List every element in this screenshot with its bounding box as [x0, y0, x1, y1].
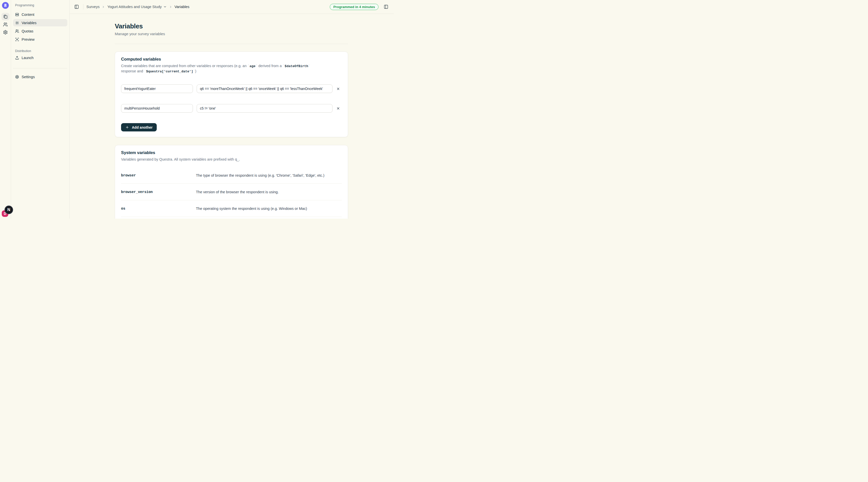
building-icon	[3, 3, 7, 7]
topbar-right: Programmed in 4 minutes	[330, 3, 390, 10]
dev-tools-badge[interactable]: N	[4, 206, 13, 214]
sidebar-divider	[13, 68, 67, 68]
panel-right-icon	[384, 4, 388, 9]
app-root: D N Programming Content Variables	[0, 0, 394, 219]
variable-icon	[15, 21, 19, 25]
section-label-distribution: Distribution	[15, 49, 67, 53]
computed-variable-rows	[121, 85, 342, 113]
sidebar-item-variables[interactable]: Variables	[13, 19, 67, 26]
rail-surveys-button[interactable]	[1, 13, 9, 20]
sidebar-item-quotas[interactable]: Quotas	[13, 27, 67, 35]
close-icon	[336, 107, 340, 110]
computed-variable-row	[121, 104, 342, 113]
sidebar-item-label: Variables	[22, 21, 36, 25]
system-variable-name: browser	[121, 173, 196, 177]
table-row: browser The type of browser the responde…	[121, 167, 342, 184]
sidebar-item-label: Quotas	[22, 29, 33, 33]
sidebar-item-label: Settings	[22, 75, 35, 79]
breadcrumb-current-page: Variables	[175, 5, 189, 9]
gear-icon	[3, 30, 8, 35]
computed-variables-card: Computed variables Create variables that…	[115, 52, 348, 137]
system-variable-description: The version of the browser the responden…	[196, 190, 342, 194]
main-area: Surveys Yogurt Attitudes and Usage Study…	[69, 0, 394, 219]
breadcrumb-surveys[interactable]: Surveys	[86, 5, 99, 9]
page-title: Variables	[115, 22, 348, 30]
breadcrumb: Surveys Yogurt Attitudes and Usage Study…	[86, 5, 189, 9]
computed-variables-description: Create variables that are computed from …	[121, 64, 342, 74]
panel-left-icon	[74, 4, 79, 9]
computed-variable-row	[121, 85, 342, 93]
computed-variables-title: Computed variables	[121, 57, 342, 62]
remove-variable-button[interactable]	[335, 105, 342, 112]
variable-expression-input[interactable]	[197, 85, 333, 93]
users-icon	[15, 29, 19, 33]
system-variables-subtitle: Variables generated by Questra. All syst…	[121, 157, 342, 161]
system-variable-description: The operating system the respondent is u…	[196, 207, 342, 211]
users-icon	[3, 22, 8, 27]
table-row: os The operating system the respondent i…	[121, 200, 342, 217]
add-another-button[interactable]: Add another	[121, 123, 157, 131]
table-row: browser_version The version of the brows…	[121, 184, 342, 200]
sidebar-toggle-button[interactable]	[73, 3, 80, 10]
icon-rail: D N	[0, 0, 11, 219]
system-variable-name: browser_version	[121, 190, 196, 194]
system-variable-name: os	[121, 207, 196, 211]
chevron-down-icon	[163, 5, 167, 8]
right-panel-toggle-button[interactable]	[382, 3, 390, 10]
sidebar-item-settings[interactable]: Settings	[13, 73, 67, 81]
programmed-time-badge[interactable]: Programmed in 4 minutes	[330, 4, 378, 10]
sidebar-item-label: Preview	[22, 37, 35, 41]
rail-audience-button[interactable]	[1, 21, 9, 28]
upload-icon	[15, 56, 19, 60]
chevron-right-icon	[102, 5, 105, 8]
rail-settings-button[interactable]	[1, 28, 9, 36]
page-subtitle: Manage your survey variables	[115, 32, 348, 36]
add-another-label: Add another	[132, 125, 152, 129]
system-variables-card: System variables Variables generated by …	[115, 145, 348, 219]
sidebar-item-label: Launch	[22, 56, 34, 60]
variable-name-input[interactable]	[121, 85, 193, 93]
breadcrumb-survey-dropdown[interactable]: Yogurt Attitudes and Usage Study	[107, 5, 166, 9]
sidebar-item-label: Content	[22, 12, 34, 17]
plus-icon	[125, 125, 129, 129]
system-variables-table: browser The type of browser the responde…	[121, 167, 342, 217]
section-label-programming: Programming	[15, 3, 67, 7]
rail-buttons	[1, 13, 9, 36]
sidebar-item-preview[interactable]: Preview	[13, 36, 67, 43]
gear-icon	[15, 75, 19, 79]
close-icon	[336, 87, 340, 91]
preview-icon	[15, 37, 19, 41]
breadcrumb-survey-name[interactable]: Yogurt Attitudes and Usage Study	[107, 5, 161, 9]
variable-name-input[interactable]	[121, 104, 193, 113]
system-variables-title: System variables	[121, 150, 342, 155]
rows-icon	[15, 12, 19, 17]
org-logo[interactable]	[2, 2, 9, 9]
sidebar-item-content[interactable]: Content	[13, 11, 67, 18]
topbar: Surveys Yogurt Attitudes and Usage Study…	[69, 0, 394, 14]
pages-icon	[3, 14, 8, 19]
system-variable-description: The type of browser the respondent is us…	[196, 173, 342, 177]
chevron-right-icon	[169, 5, 172, 8]
variable-expression-input[interactable]	[197, 104, 333, 113]
remove-variable-button[interactable]	[335, 85, 342, 92]
nav-sidebar: Programming Content Variables Quotas	[11, 0, 69, 219]
page-content: Variables Manage your survey variables C…	[69, 14, 394, 219]
sidebar-item-launch[interactable]: Launch	[13, 54, 67, 61]
